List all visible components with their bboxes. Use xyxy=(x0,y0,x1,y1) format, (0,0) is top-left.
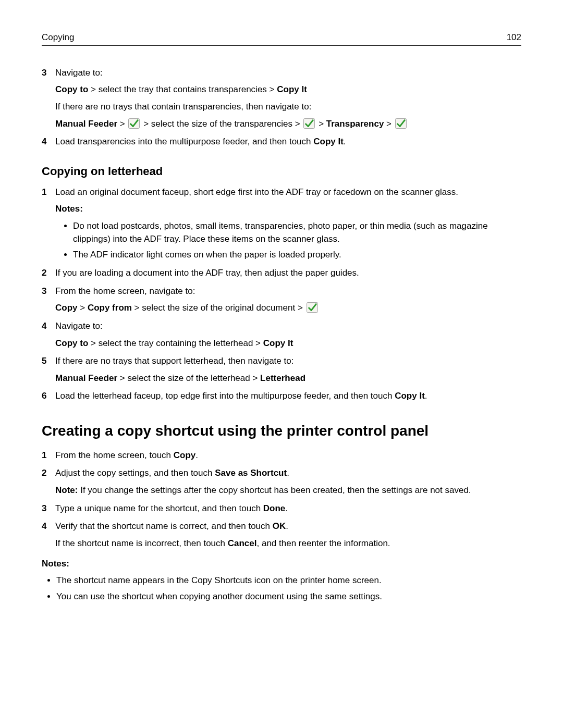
nav-path: Manual Feeder > select the size of the l… xyxy=(55,372,521,385)
step-text: Type a unique name for the shortcut, and… xyxy=(55,503,263,513)
shortcut-steps: 1 From the home screen, touch Copy. 2 Ad… xyxy=(42,449,521,550)
path-bold: Manual Feeder xyxy=(55,373,117,383)
checkmark-icon xyxy=(303,118,315,129)
checkmark-icon xyxy=(128,118,140,129)
path-bold: Letterhead xyxy=(260,373,305,383)
page-header: Copying 102 xyxy=(42,31,521,46)
step-3: 3 Navigate to: Copy to > select the tray… xyxy=(42,67,521,131)
notes-list: The shortcut name appears in the Copy Sh… xyxy=(42,574,521,603)
step-text: . xyxy=(285,503,288,513)
header-section: Copying xyxy=(42,31,74,44)
step-number: 1 xyxy=(42,186,46,199)
nav-path: Copy to > select the tray containing the… xyxy=(55,337,521,350)
step-text: Navigate to: xyxy=(55,321,103,331)
step-text: . xyxy=(425,391,427,401)
step-text: Navigate to: xyxy=(55,67,521,80)
step-number: 2 xyxy=(42,267,46,280)
path-bold: Copy It xyxy=(263,338,293,348)
path-sep: > xyxy=(120,119,128,129)
path-text: > select the size of the letterhead > xyxy=(117,373,260,383)
note-item: You can use the shortcut when copying an… xyxy=(56,590,521,603)
step-4: 4 Navigate to: Copy to > select the tray… xyxy=(42,320,521,350)
path-sep: > xyxy=(80,303,88,313)
step-number: 3 xyxy=(42,67,46,80)
letterhead-steps: 1 Load an original document faceup, shor… xyxy=(42,186,521,403)
step-text: . xyxy=(195,450,198,460)
step-text: If there are no trays that support lette… xyxy=(55,356,293,366)
checkmark-icon xyxy=(307,302,318,313)
path-text: > select the size of the original docume… xyxy=(132,303,305,313)
step-5: 5 If there are no trays that support let… xyxy=(42,355,521,385)
step-2: 2 Adjust the copy settings, and then tou… xyxy=(42,467,521,497)
step-text: Adjust the copy settings, and then touch xyxy=(55,468,215,478)
step-6: 6 Load the letterhead faceup, top edge f… xyxy=(42,390,521,403)
step-number: 5 xyxy=(42,355,46,368)
path-bold: Manual Feeder xyxy=(55,119,117,129)
path-bold: Copy to xyxy=(55,338,88,348)
checkmark-icon xyxy=(395,118,407,129)
header-page-number: 102 xyxy=(507,31,521,44)
note-label: Note: xyxy=(55,485,78,495)
path-bold: Copy xyxy=(55,303,78,313)
note-item: Do not load postcards, photos, small ite… xyxy=(73,220,521,245)
step-text: From the home screen, navigate to: xyxy=(55,286,195,296)
path-bold: Transparency xyxy=(326,119,384,129)
step-number: 3 xyxy=(42,285,46,298)
step-bold: Done xyxy=(263,503,286,513)
step-4: 4 Load transparencies into the multipurp… xyxy=(42,135,521,149)
step-1: 1 Load an original document faceup, shor… xyxy=(42,186,521,262)
top-steps: 3 Navigate to: Copy to > select the tray… xyxy=(42,67,521,149)
nav-path: Copy > Copy from > select the size of th… xyxy=(55,302,521,315)
note-text: If you change the settings after the cop… xyxy=(78,485,471,495)
step-3: 3 From the home screen, navigate to: Cop… xyxy=(42,285,521,315)
notes-label: Notes: xyxy=(42,558,521,571)
step-number: 4 xyxy=(42,320,46,333)
step-text: . xyxy=(344,137,346,146)
path-sep: > xyxy=(386,119,394,129)
step-bold: Copy It xyxy=(395,391,425,401)
step-bold: Copy It xyxy=(313,137,344,146)
nav-path: Manual Feeder > > select the size of the… xyxy=(55,118,521,131)
step-number: 6 xyxy=(42,390,46,403)
step-number: 1 xyxy=(42,449,46,462)
path-bold: Copy It xyxy=(277,84,307,94)
path-text: > select the tray that contains transpar… xyxy=(88,84,277,94)
step-text: . xyxy=(286,521,288,531)
step-bold: Copy xyxy=(174,450,196,460)
step-text: Load transparencies into the multipurpos… xyxy=(55,137,313,146)
step-bold: Save as Shortcut xyxy=(215,468,287,478)
step-4: 4 Verify that the shortcut name is corre… xyxy=(42,520,521,550)
step-1: 1 From the home screen, touch Copy. xyxy=(42,449,521,462)
step-number: 4 xyxy=(42,135,46,149)
path-text: > select the size of the transparencies … xyxy=(143,119,302,129)
step-number: 3 xyxy=(42,502,46,515)
step-text: From the home screen, touch xyxy=(55,450,174,460)
step-bold: Cancel xyxy=(228,538,257,548)
step-text: , and then reenter the information. xyxy=(256,538,390,548)
path-bold: Copy from xyxy=(88,303,132,313)
step-subtext: If the shortcut name is incorrect, then … xyxy=(55,537,521,550)
step-2: 2 If you are loading a document into the… xyxy=(42,267,521,280)
notes-label: Notes: xyxy=(55,203,521,216)
step-text: If the shortcut name is incorrect, then … xyxy=(55,538,228,548)
section-heading-shortcut: Creating a copy shortcut using the print… xyxy=(42,421,521,442)
path-text: > select the tray containing the letterh… xyxy=(88,338,263,348)
notes-list: Do not load postcards, photos, small ite… xyxy=(55,220,521,262)
note-item: The ADF indicator light comes on when th… xyxy=(73,249,521,262)
step-3: 3 Type a unique name for the shortcut, a… xyxy=(42,502,521,515)
step-text: If you are loading a document into the A… xyxy=(55,268,359,278)
step-text: Load an original document faceup, short … xyxy=(55,187,458,197)
path-sep: > xyxy=(319,119,326,129)
section-heading-letterhead: Copying on letterhead xyxy=(42,163,521,180)
path-bold: Copy to xyxy=(55,84,88,94)
step-text: Verify that the shortcut name is correct… xyxy=(55,521,273,531)
step-note: Note: If you change the settings after t… xyxy=(55,484,521,497)
step-subtext: If there are no trays that contain trans… xyxy=(55,101,521,114)
step-number: 4 xyxy=(42,520,46,533)
step-text: . xyxy=(287,468,289,478)
note-item: The shortcut name appears in the Copy Sh… xyxy=(56,574,521,587)
nav-path: Copy to > select the tray that contains … xyxy=(55,83,521,96)
step-number: 2 xyxy=(42,467,46,480)
step-bold: OK xyxy=(273,521,286,531)
step-text: Load the letterhead faceup, top edge fir… xyxy=(55,391,395,401)
